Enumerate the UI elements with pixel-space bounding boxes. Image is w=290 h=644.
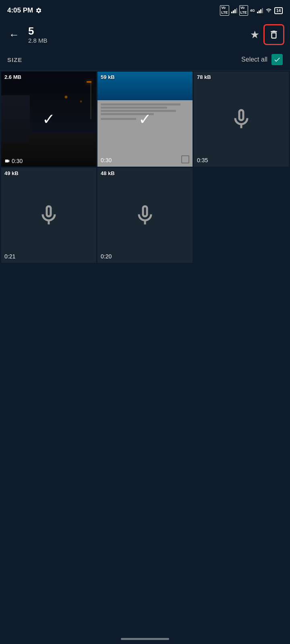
media-grid-row1: 2.6 MB ✓ 0:30 59 kB xyxy=(0,70,290,168)
status-icons: VoLTE VoLTE 4G 14 xyxy=(220,5,283,15)
item4-size: 49 kB xyxy=(4,170,19,176)
select-all-checkbox[interactable] xyxy=(271,54,283,65)
item3-duration: 0:35 xyxy=(197,157,208,163)
battery-indicator: 14 xyxy=(274,7,283,14)
item2-duration-text: 0:30 xyxy=(101,157,112,163)
item1-duration: 0:30 xyxy=(4,158,23,164)
item1-size: 2.6 MB xyxy=(4,74,21,80)
selected-count: 5 xyxy=(28,25,244,37)
sort-label: SIZE xyxy=(7,56,22,63)
checkmark-1: ✓ xyxy=(42,110,55,128)
network-4g: 4G xyxy=(250,8,255,12)
delete-button[interactable] xyxy=(263,24,284,45)
status-bar: 4:05 PM VoLTE VoLTE 4G 14 xyxy=(0,0,290,20)
audio-item-4 xyxy=(1,168,96,263)
media-item-1[interactable]: 2.6 MB ✓ 0:30 xyxy=(1,72,96,167)
media-item-2[interactable]: 59 kB ✓ 0:30 xyxy=(97,72,193,167)
media-grid-row2: 49 kB 0:21 48 kB 0:20 xyxy=(0,168,290,264)
item4-duration-text: 0:21 xyxy=(4,253,15,260)
status-time: 4:05 PM xyxy=(7,6,42,14)
video-camera-icon-1 xyxy=(4,158,10,164)
mic-icon-5 xyxy=(133,203,157,227)
item1-duration-text: 0:30 xyxy=(12,158,23,164)
star-button[interactable]: ★ xyxy=(250,29,259,41)
time-label: 4:05 PM xyxy=(7,6,33,14)
media-item-empty xyxy=(194,168,289,263)
item3-size: 78 kB xyxy=(197,74,211,80)
media-item-5[interactable]: 48 kB 0:20 xyxy=(97,168,193,263)
gear-icon xyxy=(35,7,42,14)
item5-duration-text: 0:20 xyxy=(101,253,112,260)
item4-duration: 0:21 xyxy=(4,253,15,260)
select-all-label: Select all xyxy=(241,56,267,63)
checkmark-icon xyxy=(273,56,281,63)
checkmark-2: ✓ xyxy=(139,110,151,128)
home-indicator xyxy=(121,638,169,640)
select-all-container: Select all xyxy=(241,54,283,65)
mic-icon-3 xyxy=(229,107,253,131)
volte-badge-2: VoLTE xyxy=(239,5,248,15)
item3-duration-text: 0:35 xyxy=(197,157,208,163)
microphone-svg-3 xyxy=(229,107,253,131)
audio-item-5 xyxy=(97,168,193,263)
signal-bars-2 xyxy=(257,8,263,13)
toolbar-actions: ★ xyxy=(250,24,284,45)
battery-level: 14 xyxy=(276,8,281,13)
toolbar: ← 5 2.8 MB ★ xyxy=(0,20,290,49)
microphone-svg-4 xyxy=(37,203,61,227)
mic-icon-4 xyxy=(37,203,61,227)
toolbar-info: 5 2.8 MB xyxy=(28,25,244,44)
microphone-svg-5 xyxy=(133,203,157,227)
trash-icon xyxy=(269,29,279,40)
sort-bar: SIZE Select all xyxy=(0,49,290,70)
volte-badge-1: VoLTE xyxy=(220,5,229,15)
media-item-4[interactable]: 49 kB 0:21 xyxy=(1,168,96,263)
back-button[interactable]: ← xyxy=(6,27,23,43)
item1-check-overlay: ✓ xyxy=(1,72,96,167)
audio-item-3 xyxy=(194,72,289,167)
total-size: 2.8 MB xyxy=(28,37,244,44)
signal-bars-1 xyxy=(231,8,237,13)
item5-size: 48 kB xyxy=(101,170,115,176)
wifi-icon xyxy=(265,8,272,13)
item2-size: 59 kB xyxy=(101,74,115,80)
media-item-3[interactable]: 78 kB 0:35 xyxy=(194,72,289,167)
item2-check-overlay: ✓ xyxy=(97,72,193,167)
item2-duration: 0:30 xyxy=(101,157,112,163)
item5-duration: 0:20 xyxy=(101,253,112,260)
